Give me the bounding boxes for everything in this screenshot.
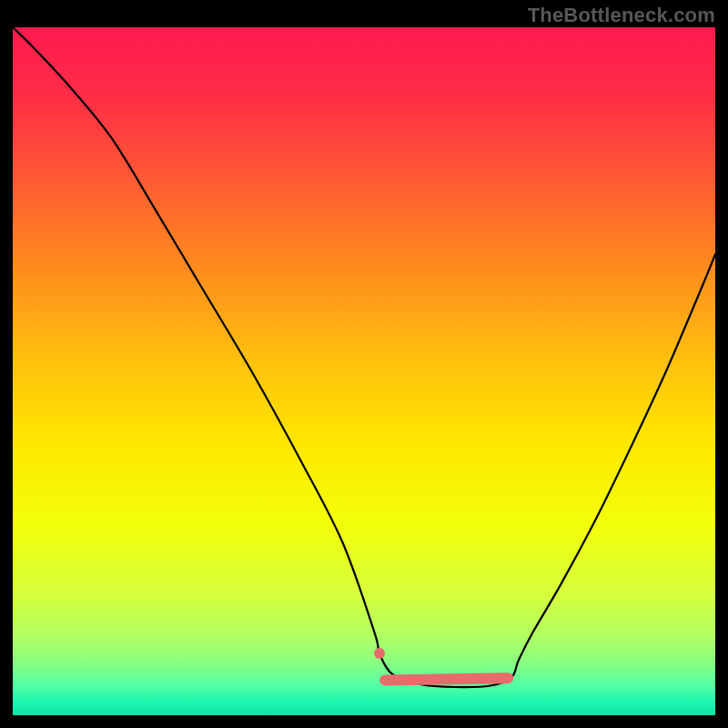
watermark-text: TheBottleneck.com [528, 4, 715, 27]
optimal-band [385, 678, 508, 680]
chart-frame: TheBottleneck.com [0, 0, 728, 728]
gradient-background [13, 27, 715, 715]
plot-area [13, 27, 715, 715]
marker-dot [374, 648, 385, 659]
bottleneck-chart [13, 27, 715, 715]
